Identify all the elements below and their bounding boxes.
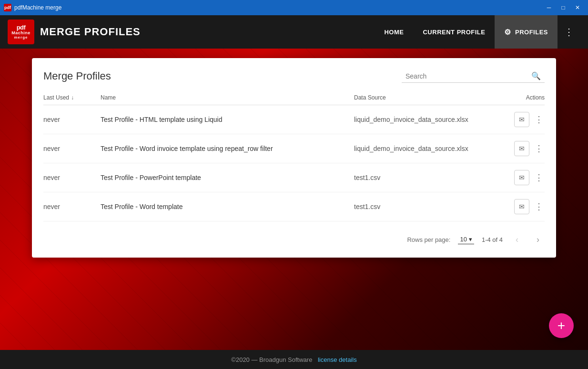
close-button[interactable]: ✕ — [571, 3, 584, 12]
rows-per-page-label: Rows per page: — [407, 236, 450, 243]
title-bar-left: pdf pdfMachine merge — [4, 4, 61, 11]
nav-profiles[interactable]: ⚙ PROFILES — [495, 15, 558, 49]
card-title: Merge Profiles — [43, 70, 111, 82]
cell-name: Test Profile - Word template — [101, 203, 354, 210]
table-row: never Test Profile - PowerPoint template… — [43, 163, 545, 192]
profiles-card: Merge Profiles 🔍 Last Used ↓ Name Data S… — [32, 58, 556, 258]
chevron-left-icon: ‹ — [516, 235, 518, 245]
pagination-range: 1-4 of 4 — [482, 236, 503, 243]
app-header: pdf Machine merge MERGE PROFILES HOME CU… — [0, 15, 588, 49]
email-icon: ✉ — [519, 116, 525, 123]
search-icon: 🔍 — [531, 71, 541, 80]
app-icon: pdf — [4, 4, 11, 11]
search-box[interactable]: 🔍 — [402, 70, 545, 83]
row-more-button[interactable]: ⋮ — [533, 143, 545, 154]
table-header: Last Used ↓ Name Data Source Actions — [43, 90, 545, 105]
rows-per-page-select[interactable]: 10 ▾ — [458, 235, 474, 244]
footer: ©2020 — Broadgun Software license detail… — [0, 350, 588, 369]
cell-actions: ✉ ⋮ — [497, 199, 545, 214]
row-more-button[interactable]: ⋮ — [533, 172, 545, 183]
sort-arrow-icon: ↓ — [71, 94, 74, 101]
minimize-button[interactable]: ─ — [542, 3, 556, 12]
col-data-source: Data Source — [354, 94, 497, 101]
nav-current-profile[interactable]: CURRENT PROFILE — [413, 15, 495, 49]
cell-last-used: never — [43, 203, 101, 210]
gear-icon: ⚙ — [504, 28, 511, 37]
email-button[interactable]: ✉ — [514, 170, 529, 185]
card-header: Merge Profiles 🔍 — [43, 70, 545, 83]
cell-data-source: liquid_demo_invoice_data_source.xlsx — [354, 116, 497, 123]
more-dots-icon: ⋮ — [535, 172, 543, 183]
row-more-button[interactable]: ⋮ — [533, 201, 545, 212]
search-input[interactable] — [406, 72, 531, 80]
pagination-prev-button[interactable]: ‹ — [510, 233, 524, 246]
cell-data-source: test1.csv — [354, 203, 497, 210]
add-profile-button[interactable]: + — [549, 313, 574, 338]
more-icon: ⋮ — [564, 26, 574, 38]
nav-home[interactable]: HOME — [375, 15, 413, 49]
more-dots-icon: ⋮ — [535, 143, 543, 154]
cell-last-used: never — [43, 116, 101, 123]
table-row: never Test Profile - HTML template using… — [43, 105, 545, 134]
title-bar: pdf pdfMachine merge ─ □ ✕ — [0, 0, 588, 15]
rows-per-page-value: 10 — [460, 236, 466, 243]
more-dots-icon: ⋮ — [535, 201, 543, 212]
logo-merge: merge — [14, 36, 28, 40]
logo-pdf: pdf — [17, 24, 26, 31]
pagination-next-button[interactable]: › — [531, 233, 545, 246]
cell-name: Test Profile - PowerPoint template — [101, 174, 354, 181]
nav-more-button[interactable]: ⋮ — [558, 15, 580, 49]
row-more-button[interactable]: ⋮ — [533, 114, 545, 125]
cell-name: Test Profile - Word invoice template usi… — [101, 145, 354, 152]
cell-last-used: never — [43, 174, 101, 181]
more-dots-icon: ⋮ — [535, 114, 543, 125]
cell-actions: ✉ ⋮ — [497, 141, 545, 156]
logo-area: pdf Machine merge MERGE PROFILES — [8, 20, 141, 44]
table-row: never Test Profile - Word template test1… — [43, 192, 545, 221]
email-button[interactable]: ✉ — [514, 112, 529, 127]
chevron-right-icon: › — [537, 235, 539, 245]
cell-actions: ✉ ⋮ — [497, 170, 545, 185]
email-icon: ✉ — [519, 203, 525, 210]
col-name: Name — [101, 94, 354, 101]
main-content: Merge Profiles 🔍 Last Used ↓ Name Data S… — [0, 49, 588, 350]
cell-data-source: test1.csv — [354, 174, 497, 181]
col-last-used[interactable]: Last Used ↓ — [43, 94, 101, 101]
col-actions: Actions — [497, 94, 545, 101]
footer-copyright: ©2020 — Broadgun Software — [231, 356, 312, 363]
email-icon: ✉ — [519, 174, 525, 181]
email-button[interactable]: ✉ — [514, 141, 529, 156]
cell-name: Test Profile - HTML template using Liqui… — [101, 116, 354, 123]
title-bar-app-name: pdfMachine merge — [14, 4, 61, 11]
dropdown-icon: ▾ — [469, 236, 472, 243]
pagination: Rows per page: 10 ▾ 1-4 of 4 ‹ › — [43, 229, 545, 246]
table-row: never Test Profile - Word invoice templa… — [43, 134, 545, 163]
nav-area: HOME CURRENT PROFILE ⚙ PROFILES ⋮ — [375, 15, 580, 49]
title-bar-controls: ─ □ ✕ — [542, 3, 584, 12]
maximize-button[interactable]: □ — [557, 3, 570, 12]
app-title: MERGE PROFILES — [40, 26, 141, 38]
cell-last-used: never — [43, 145, 101, 152]
app-logo: pdf Machine merge — [8, 20, 34, 44]
cell-actions: ✉ ⋮ — [497, 112, 545, 127]
footer-license-link[interactable]: license details — [318, 356, 357, 363]
email-icon: ✉ — [519, 145, 525, 152]
cell-data-source: liquid_demo_invoice_data_source.xlsx — [354, 145, 497, 152]
email-button[interactable]: ✉ — [514, 199, 529, 214]
